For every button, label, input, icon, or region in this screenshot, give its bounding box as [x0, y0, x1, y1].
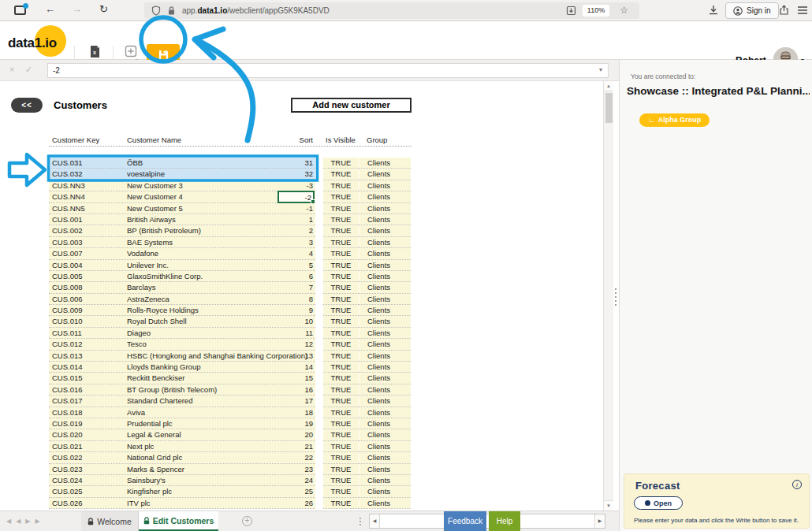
row-main-segment[interactable]: CUS.007Vodafone4	[49, 248, 315, 259]
browser-sign-in-button[interactable]: Sign in	[725, 2, 779, 19]
table-row[interactable]: CUS.007Vodafone4TRUEClients	[49, 248, 412, 259]
cell-is-visible[interactable]: TRUE	[323, 486, 359, 497]
table-row[interactable]: CUS.024Sainsbury's24TRUEClients	[49, 475, 412, 486]
cell-is-visible[interactable]: TRUE	[323, 441, 359, 452]
table-row[interactable]: CUS.015Reckitt Benckiser15TRUEClients	[49, 373, 412, 384]
table-row[interactable]: CUS.025Kingfisher plc25TRUEClients	[49, 486, 412, 497]
cell-customer-key[interactable]: CUS.005	[52, 271, 83, 282]
cell-customer-name[interactable]: ÖBB	[127, 158, 143, 169]
cell-customer-key[interactable]: CUS.031	[52, 158, 83, 169]
row-main-segment[interactable]: CUS.021Next plc21	[49, 441, 315, 452]
cell-is-visible[interactable]: TRUE	[323, 260, 359, 271]
row-main-segment[interactable]: CUS.026ITV plc26	[49, 498, 315, 509]
cell-is-visible[interactable]: TRUE	[323, 373, 359, 384]
lock-icon[interactable]	[167, 6, 176, 16]
cell-group[interactable]: Clients	[359, 464, 411, 475]
cell-customer-name[interactable]: Barclays	[127, 282, 155, 293]
cell-customer-name[interactable]: Sainsbury's	[127, 475, 166, 486]
row-main-segment[interactable]: CUS.010Royal Dutch Shell10	[49, 316, 315, 327]
browser-back-icon[interactable]: ←	[45, 3, 55, 15]
cell-customer-name[interactable]: BP (British Petroleum)	[127, 225, 201, 236]
table-row[interactable]: CUS.021Next plc21TRUEClients	[49, 441, 412, 452]
row-main-segment[interactable]: CUS.001British Airways1	[49, 214, 315, 225]
bookmark-star-icon[interactable]: ☆	[620, 5, 628, 16]
cell-customer-name[interactable]: Royal Dutch Shell	[127, 316, 187, 327]
row-main-segment[interactable]: CUS.022National Grid plc22	[49, 452, 315, 463]
cell-is-visible[interactable]: TRUE	[323, 498, 359, 509]
cell-group[interactable]: Clients	[359, 351, 411, 362]
address-bar[interactable]: app.data1.io/webclient/appG5K9KA5DVD 110…	[144, 2, 639, 19]
table-row[interactable]: CUS.020Legal & General20TRUEClients	[49, 429, 412, 440]
row-main-segment[interactable]: CUS.019Prudential plc19	[49, 418, 315, 429]
cell-customer-key[interactable]: CUS.024	[52, 475, 83, 486]
table-row[interactable]: CUS.014Lloyds Banking Group14TRUEClients	[49, 362, 412, 373]
cell-is-visible[interactable]: TRUE	[323, 180, 359, 191]
cell-group[interactable]: Clients	[359, 407, 411, 418]
table-row[interactable]: CUS.003BAE Systems3TRUEClients	[49, 237, 412, 248]
cell-is-visible[interactable]: TRUE	[323, 429, 359, 440]
add-new-customer-button[interactable]: Add new customer	[291, 98, 412, 113]
cell-group[interactable]: Clients	[359, 339, 411, 350]
cell-sort[interactable]: 2	[270, 225, 313, 236]
scroll-down-icon[interactable]: ▼	[604, 500, 613, 511]
cell-customer-key[interactable]: CUS.011	[52, 328, 82, 339]
cell-customer-key[interactable]: CUS.006	[52, 294, 83, 305]
cell-is-visible[interactable]: TRUE	[323, 339, 359, 350]
cell-is-visible[interactable]: TRUE	[323, 362, 359, 373]
vertical-scrollbar-thumb[interactable]	[605, 93, 613, 123]
cell-group[interactable]: Clients	[359, 248, 411, 259]
row-main-segment[interactable]: CUS.002BP (British Petroleum)2	[49, 225, 315, 236]
table-row[interactable]: CUS.018Aviva18TRUEClients	[49, 407, 412, 418]
table-row[interactable]: CUS.NN5New Customer 5-1TRUEClients	[49, 203, 412, 214]
cell-customer-key[interactable]: CUS.013	[52, 351, 83, 362]
group-badge[interactable]: ∟Alpha Group	[639, 113, 710, 127]
cell-group[interactable]: Clients	[359, 271, 411, 282]
cell-customer-name[interactable]: Vodafone	[127, 248, 158, 259]
cell-group[interactable]: Clients	[359, 328, 411, 339]
cell-customer-key[interactable]: CUS.009	[52, 305, 83, 316]
row-main-segment[interactable]: CUS.015Reckitt Benckiser15	[49, 373, 315, 384]
cell-customer-key[interactable]: CUS.016	[52, 384, 83, 395]
cell-is-visible[interactable]: TRUE	[323, 282, 359, 293]
cell-customer-key[interactable]: CUS.026	[52, 498, 83, 509]
table-row[interactable]: CUS.013HSBC (Hongkong and Shanghai Banki…	[49, 351, 412, 362]
cell-sort[interactable]: 12	[270, 339, 313, 350]
cell-customer-key[interactable]: CUS.014	[52, 362, 83, 373]
cell-is-visible[interactable]: TRUE	[323, 158, 359, 169]
cell-group[interactable]: Clients	[359, 294, 411, 305]
cell-customer-key[interactable]: CUS.NN3	[52, 180, 85, 191]
cell-sort[interactable]: 21	[270, 441, 313, 452]
cell-customer-name[interactable]: New Customer 5	[127, 203, 183, 214]
cell-customer-key[interactable]: CUS.002	[52, 225, 83, 236]
row-main-segment[interactable]: CUS.006AstraZeneca8	[49, 294, 315, 305]
cell-customer-key[interactable]: CUS.003	[52, 237, 83, 248]
cell-is-visible[interactable]: TRUE	[323, 248, 359, 259]
cell-customer-key[interactable]: CUS.019	[52, 418, 83, 429]
cell-group[interactable]: Clients	[359, 395, 411, 407]
help-button[interactable]: Help	[489, 511, 520, 531]
cell-customer-name[interactable]: Prudential plc	[127, 418, 173, 429]
cancel-entry-icon[interactable]: ×	[9, 65, 14, 74]
cell-group[interactable]: Clients	[359, 498, 411, 509]
cell-sort[interactable]: 16	[270, 384, 313, 395]
row-main-segment[interactable]: CUS.020Legal & General20	[49, 429, 315, 440]
table-row[interactable]: CUS.022National Grid plc22TRUEClients	[49, 452, 412, 463]
cell-group[interactable]: Clients	[359, 316, 411, 327]
cell-is-visible[interactable]: TRUE	[323, 395, 359, 407]
row-main-segment[interactable]: CUS.NN5New Customer 5-1	[49, 203, 315, 214]
cell-sort[interactable]: 25	[270, 486, 313, 497]
cell-is-visible[interactable]: TRUE	[323, 418, 359, 429]
table-row[interactable]: CUS.017Standard Chartered17TRUEClients	[49, 395, 412, 407]
table-row[interactable]: CUS.023Marks & Spencer23TRUEClients	[49, 464, 412, 475]
cell-sort[interactable]: 7	[270, 282, 313, 293]
cell-sort[interactable]: 9	[270, 305, 313, 316]
cell-sort[interactable]: 20	[270, 429, 313, 440]
table-row[interactable]: CUS.NN3New Customer 3-3TRUEClients	[49, 180, 412, 191]
cell-group[interactable]: Clients	[359, 362, 411, 373]
cell-group[interactable]: Clients	[359, 429, 411, 440]
table-row[interactable]: CUS.010Royal Dutch Shell10TRUEClients	[49, 316, 412, 327]
cell-customer-name[interactable]: British Airways	[127, 214, 176, 225]
row-main-segment[interactable]: CUS.014Lloyds Banking Group14	[49, 362, 315, 373]
cell-customer-key[interactable]: CUS.004	[52, 260, 83, 271]
cell-sort[interactable]: -3	[270, 180, 313, 191]
